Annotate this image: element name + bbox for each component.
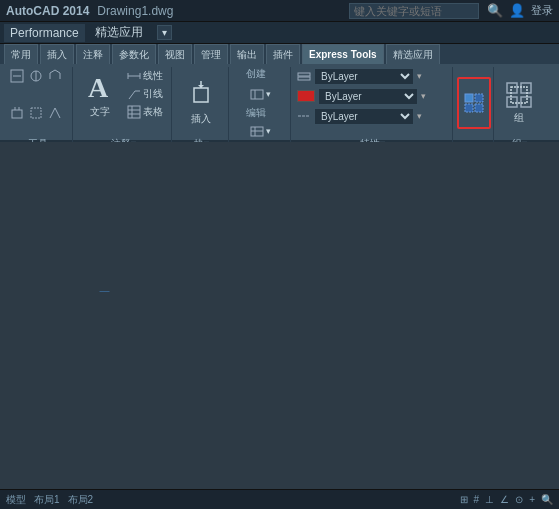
status-icons: ⊞ # ⊥ ∠ ⊙ + 🔍: [460, 494, 553, 505]
create-label: 创建: [246, 67, 266, 81]
status-layout2[interactable]: 布局2: [68, 493, 94, 507]
linear-label: 线性: [143, 69, 163, 83]
menu-featured[interactable]: 精选应用: [89, 22, 149, 43]
zoom-icon[interactable]: 🔍: [541, 494, 553, 505]
ribbon-tab-manage[interactable]: 管理: [194, 44, 228, 64]
ribbon-group-edit: 创建 ▾ 编辑 ▾: [231, 67, 291, 153]
tool-btn-6[interactable]: [46, 104, 64, 122]
group-big-btn[interactable]: 组: [500, 76, 538, 131]
status-bar: 模型 布局1 布局2 ⊞ # ⊥ ∠ ⊙ + 🔍: [0, 489, 559, 509]
layer-select[interactable]: ByLayer: [314, 68, 414, 85]
user-icon[interactable]: 👤: [509, 3, 525, 18]
create-btn-1[interactable]: ▾: [246, 85, 275, 102]
text-big-btn[interactable]: A 文字: [79, 67, 121, 122]
match-icon: [463, 92, 485, 114]
svg-rect-18: [194, 88, 208, 102]
leader-label: 引线: [143, 87, 163, 101]
menu-bar: Performance 精选应用 ▾: [0, 22, 559, 44]
ribbon: 常用 插入 注释 参数化 视图 管理 输出 插件 Express Tools 精…: [0, 44, 559, 142]
ribbon-group-annotation: A 文字 线性 引线 表格: [75, 67, 172, 153]
tool-btn-5[interactable]: [27, 104, 45, 122]
ribbon-group-group: 组 组▾: [496, 67, 542, 153]
color-dropdown-arrow[interactable]: ▾: [421, 91, 426, 101]
highlighted-btn[interactable]: [457, 77, 491, 129]
search-icon[interactable]: 🔍: [487, 3, 503, 18]
text-label: 文字: [90, 105, 110, 119]
canvas-area[interactable]: 模型 布局1 布局2 ⊞ # ⊥ ∠ ⊙ + 🔍: [0, 142, 559, 509]
svg-rect-30: [475, 94, 483, 102]
table-btn[interactable]: 表格: [123, 103, 167, 120]
ribbon-tab-home[interactable]: 常用: [4, 44, 38, 64]
ribbon-tab-output[interactable]: 输出: [230, 44, 264, 64]
svg-text:A: A: [88, 72, 109, 103]
layer-row: ByLayer ▾: [297, 67, 422, 85]
ribbon-group-block: 插入 块▾: [174, 67, 229, 153]
linetype-row: ByLayer ▾: [297, 107, 422, 125]
ribbon-tab-express[interactable]: Express Tools: [302, 44, 384, 64]
menu-dropdown-btn[interactable]: ▾: [157, 25, 172, 40]
leader-btn[interactable]: 引线: [123, 85, 167, 102]
status-layout1[interactable]: 布局1: [34, 493, 60, 507]
svg-rect-21: [251, 90, 263, 99]
svg-rect-26: [298, 73, 310, 76]
ribbon-tab-featured[interactable]: 精选应用: [386, 44, 440, 64]
file-name: Drawing1.dwg: [97, 4, 173, 18]
linear-btn[interactable]: 线性: [123, 67, 167, 84]
ribbon-group-highlighted: [455, 67, 494, 153]
color-select[interactable]: ByLayer: [318, 88, 418, 105]
ortho-icon[interactable]: ⊥: [485, 494, 494, 505]
color-row: ByLayer ▾: [297, 87, 426, 105]
cad-drawing: [0, 142, 300, 292]
svg-rect-29: [465, 94, 473, 102]
svg-rect-35: [507, 97, 517, 107]
snap-icon[interactable]: ⊞: [460, 494, 468, 505]
ribbon-tab-param[interactable]: 参数化: [112, 44, 156, 64]
insert-big-btn[interactable]: 插入: [182, 76, 220, 131]
color-swatch-red: [297, 90, 315, 102]
layer-icon: [297, 69, 311, 83]
svg-rect-34: [521, 83, 531, 93]
annotation-col: 线性 引线 表格: [123, 67, 167, 120]
linetype-dropdown-arrow[interactable]: ▾: [417, 111, 422, 121]
osnap-icon[interactable]: ⊙: [515, 494, 523, 505]
ribbon-tab-insert[interactable]: 插入: [40, 44, 74, 64]
otrack-icon[interactable]: +: [529, 494, 535, 505]
group-label-text: 组: [514, 111, 524, 125]
ribbon-tab-view[interactable]: 视图: [158, 44, 192, 64]
svg-rect-33: [507, 83, 517, 93]
svg-rect-4: [12, 110, 22, 118]
menu-performance[interactable]: Performance: [4, 24, 85, 42]
login-text[interactable]: 登录: [531, 3, 553, 18]
title-icons: 🔍 👤 登录: [487, 3, 553, 18]
svg-rect-27: [298, 77, 310, 80]
linetype-select[interactable]: ByLayer: [314, 108, 414, 125]
ribbon-group-small-tools: 工具: [4, 67, 73, 153]
insert-label: 插入: [191, 112, 211, 126]
tool-btn-2[interactable]: [27, 67, 45, 85]
svg-line-12: [129, 91, 135, 99]
title-bar: AutoCAD 2014 Drawing1.dwg 🔍 👤 登录: [0, 0, 559, 22]
search-input[interactable]: [349, 3, 479, 19]
ribbon-group-properties: ByLayer ▾ ByLayer ▾: [293, 67, 453, 153]
table-label: 表格: [143, 105, 163, 119]
layer-dropdown-arrow[interactable]: ▾: [417, 71, 422, 81]
svg-rect-14: [128, 106, 140, 118]
tool-btn-1[interactable]: [8, 67, 26, 85]
tool-btn-4[interactable]: [8, 104, 26, 122]
svg-rect-32: [475, 104, 483, 112]
svg-rect-36: [521, 97, 531, 107]
linetype-icon: [297, 109, 311, 123]
ribbon-tab-annotate[interactable]: 注释: [76, 44, 110, 64]
svg-rect-31: [465, 104, 473, 112]
tool-btn-3[interactable]: [46, 67, 64, 85]
edit-lbl-1: ▾: [266, 126, 271, 136]
grid-icon[interactable]: #: [474, 494, 480, 505]
app-name: AutoCAD 2014: [6, 4, 89, 18]
ribbon-tab-plugin[interactable]: 插件: [266, 44, 300, 64]
status-model[interactable]: 模型: [6, 493, 26, 507]
polar-icon[interactable]: ∠: [500, 494, 509, 505]
create-lbl-1: ▾: [266, 89, 271, 99]
edit-label: 编辑: [246, 106, 266, 120]
edit-btn-1[interactable]: ▾: [246, 122, 275, 139]
svg-rect-7: [31, 108, 41, 118]
